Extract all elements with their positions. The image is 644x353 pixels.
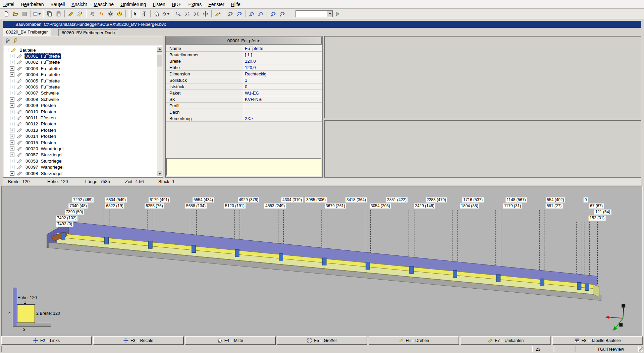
expand-box-icon[interactable]: + (10, 85, 14, 89)
run-button[interactable] (333, 10, 342, 18)
time-clock-button[interactable] (115, 10, 124, 18)
tree-item[interactable]: + 00002Fu¯pfette (4, 59, 156, 65)
rotate-z-plus-button[interactable]: z+ (269, 10, 277, 18)
expand-box-icon[interactable]: + (10, 66, 14, 71)
tree-item[interactable]: + 00001Fu¯pfette (4, 53, 156, 59)
expand-box-icon[interactable]: + (10, 122, 14, 126)
rotate-y-plus-button[interactable]: y+ (248, 10, 256, 18)
expand-box-icon[interactable]: + (10, 79, 14, 83)
expand-box-icon[interactable]: + (10, 146, 14, 151)
expand-box-icon[interactable]: + (10, 110, 14, 114)
property-value[interactable]: 0 (243, 83, 322, 90)
menu-item[interactable]: Bauteil (47, 1, 68, 8)
tree-item[interactable]: + 00003Fu¯pfette (4, 65, 156, 71)
property-value[interactable]: W1-EG (243, 90, 322, 96)
property-value[interactable] (243, 109, 322, 115)
tree-item[interactable]: + 00008Schwelle (4, 96, 156, 102)
property-value[interactable] (243, 103, 322, 109)
open-project-button[interactable] (11, 10, 20, 18)
home-view-button[interactable] (153, 10, 161, 18)
tree-item[interactable]: + 00010Pfosten (4, 109, 156, 115)
tree-item[interactable]: + 00014Pfosten (4, 133, 156, 139)
f2-links-button[interactable]: F2 = Links (1, 336, 92, 345)
rotate-z-minus-button[interactable]: z- (278, 10, 286, 18)
f7-umkanten-button[interactable]: F7 = Umkanten (461, 336, 551, 345)
tree-structure-button[interactable] (4, 37, 12, 44)
tree-item[interactable]: + 00057Sturzriegel (4, 152, 156, 158)
expand-box-icon[interactable]: + (10, 128, 14, 132)
expand-box-icon[interactable]: + (10, 91, 14, 95)
rotate-x-plus-button[interactable]: x+ (226, 10, 234, 18)
machine-combobox[interactable] (296, 10, 333, 17)
zoom-in-button[interactable] (183, 10, 192, 18)
property-value[interactable]: [ 1 ] (243, 52, 322, 58)
save-button[interactable] (20, 10, 29, 18)
tree-item[interactable]: + 00006Fu¯pfette (4, 84, 156, 90)
expand-box-icon[interactable]: + (10, 159, 14, 163)
project-tab[interactable]: 80220_BV Freiberger (3, 28, 51, 36)
tree-item[interactable]: + 00012Pfosten (4, 121, 156, 127)
paste-button[interactable] (54, 10, 63, 18)
project-tab[interactable]: 80260_BV Freiberger Dach (58, 29, 118, 36)
property-value[interactable]: KVH-NSi (243, 96, 322, 102)
resize-grip[interactable] (639, 347, 643, 352)
menu-item[interactable]: Optimierung (117, 1, 149, 8)
tree-item[interactable]: + 00098Sturzriegel (4, 170, 156, 176)
tree-item[interactable]: + 00004Fu¯pfette (4, 72, 156, 78)
measure-button[interactable] (140, 10, 149, 18)
expand-box-icon[interactable]: + (10, 103, 14, 108)
menu-item[interactable]: BDE (169, 1, 185, 8)
menu-item[interactable]: Fenster (205, 1, 227, 8)
combobox-dropdown-button[interactable] (327, 11, 333, 17)
edit-beam-arrow-button[interactable] (76, 10, 84, 18)
rotate-view-button[interactable] (214, 10, 222, 18)
collapse-box-icon[interactable]: − (4, 48, 8, 52)
tree-item[interactable]: + 00007Schwelle (4, 90, 156, 96)
expand-box-icon[interactable]: + (10, 165, 14, 169)
tree-item[interactable]: + 00011Pfosten (4, 115, 156, 121)
tree-scrollbar[interactable] (157, 46, 162, 176)
f4-mitte-button[interactable]: F4 = Mitte (185, 336, 275, 345)
property-value[interactable]: 120,0 (243, 58, 322, 64)
walk-steps-button[interactable] (97, 10, 106, 18)
tree-item[interactable]: + 00013Pfosten (4, 127, 156, 133)
menu-item[interactable]: Datei (0, 1, 18, 8)
tree-item[interactable]: + 00009Pfosten (4, 103, 156, 109)
new-document-button[interactable] (2, 10, 11, 18)
menu-item[interactable]: Bearbeiten (18, 1, 47, 8)
pan-move-button[interactable] (201, 10, 210, 18)
3d-viewport[interactable]: 7292 (469)6804 (549)6179 (491)5554 (434)… (1, 186, 643, 336)
tree-item[interactable]: + 00015Pfosten (4, 139, 156, 145)
tree-item[interactable]: + 00097Wandriegel (4, 164, 156, 170)
tree-item[interactable]: + 00020Wandriegel (4, 145, 156, 152)
tree-item[interactable]: + 00058Sturzriegel (4, 158, 156, 164)
expand-box-icon[interactable]: + (10, 140, 14, 145)
tree-root-item[interactable]: − Bauteile (4, 47, 156, 53)
window-layout-button[interactable] (33, 10, 41, 18)
refresh-lightning-button[interactable] (12, 37, 19, 44)
f5-groesser-button[interactable]: F5 = Größer (277, 336, 367, 345)
zoom-button[interactable] (174, 10, 182, 18)
menu-item[interactable]: Hilfe (228, 1, 244, 8)
expand-box-icon[interactable]: + (10, 54, 14, 58)
expand-box-icon[interactable]: + (10, 60, 14, 64)
f3-rechts-button[interactable]: F3 = Rechts (93, 336, 183, 345)
menu-item[interactable]: Extras (185, 1, 205, 8)
f8-tabelle-button[interactable]: F8 = Tabelle Bauteile (552, 336, 643, 345)
tree-item[interactable]: + 00005Fu¯pfette (4, 78, 156, 84)
rotate-x-minus-button[interactable]: x- (235, 10, 244, 18)
expand-box-icon[interactable]: + (10, 116, 14, 120)
edit-beam-button[interactable] (67, 10, 75, 18)
menu-item[interactable]: Ansicht (68, 1, 90, 8)
scroll-up-button[interactable] (157, 46, 162, 52)
menu-item[interactable]: Maschine (90, 1, 117, 8)
expand-box-icon[interactable]: + (10, 97, 14, 102)
select-cursor-button[interactable] (131, 10, 140, 18)
property-value[interactable]: Fu¯pfette (243, 45, 322, 51)
expand-box-icon[interactable]: + (10, 134, 14, 138)
f6-drehen-button[interactable]: F6 = Drehen (369, 336, 459, 345)
expand-box-icon[interactable]: + (10, 171, 14, 176)
expand-box-icon[interactable]: + (10, 72, 14, 77)
property-value[interactable]: Rechteckig (243, 71, 322, 77)
scroll-thumb[interactable] (157, 55, 162, 66)
